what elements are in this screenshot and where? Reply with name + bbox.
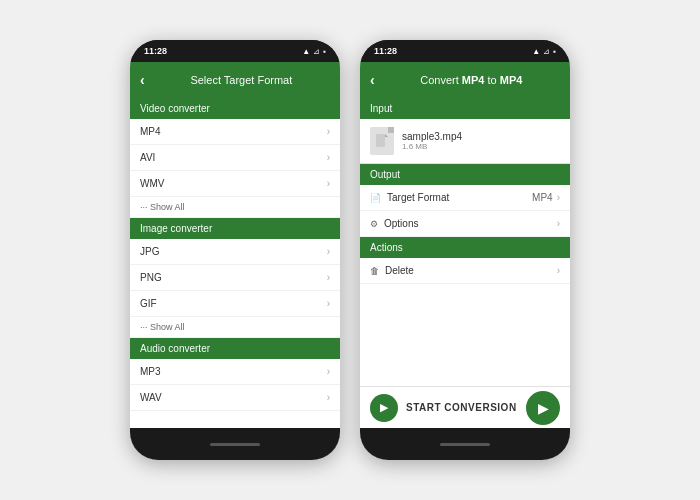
play-button-small[interactable]: ▶ [370, 394, 398, 422]
chevron-gif: › [327, 298, 330, 309]
delete-row[interactable]: 🗑 Delete › [360, 258, 570, 284]
bottom-bar-2 [360, 428, 570, 460]
signal-icon-2: ▲ [532, 47, 540, 56]
home-indicator-2 [440, 443, 490, 446]
options-label: Options [384, 218, 418, 229]
play-icon-big: ▶ [538, 400, 549, 416]
wifi-icon: ⊿ [313, 47, 320, 56]
section-header-audio: Audio converter [130, 338, 340, 359]
section-header-video: Video converter [130, 98, 340, 119]
list-item-mp4[interactable]: MP4 › [130, 119, 340, 145]
chevron-options: › [557, 218, 560, 229]
file-icon [370, 127, 394, 155]
toolbar-title-2: Convert MP4 to MP4 [383, 74, 560, 86]
svg-rect-0 [376, 134, 385, 147]
item-label-mp4: MP4 [140, 126, 161, 137]
toolbar-1: ‹ Select Target Format [130, 62, 340, 98]
output-options-row[interactable]: ⚙ Options › [360, 211, 570, 237]
chevron-wav: › [327, 392, 330, 403]
output-left: 📄 Target Format [370, 192, 449, 203]
delete-label: Delete [385, 265, 414, 276]
play-button-big[interactable]: ▶ [526, 391, 560, 425]
screen-1: ‹ Select Target Format Video converter M… [130, 62, 340, 460]
item-label-gif: GIF [140, 298, 157, 309]
signal-icon: ▲ [302, 47, 310, 56]
item-label-jpg: JPG [140, 246, 159, 257]
target-format-label: Target Format [387, 192, 449, 203]
item-label-mp3: MP3 [140, 366, 161, 377]
target-format-right: MP4 › [532, 192, 560, 203]
back-button-2[interactable]: ‹ [370, 72, 375, 88]
list-item-gif[interactable]: GIF › [130, 291, 340, 317]
list-item-wmv[interactable]: WMV › [130, 171, 340, 197]
time-1: 11:28 [144, 46, 167, 56]
delete-left: 🗑 Delete [370, 265, 414, 276]
file-item: sample3.mp4 1.6 MB [360, 119, 570, 163]
output-target-format-row[interactable]: 📄 Target Format MP4 › [360, 185, 570, 211]
phone-2: 11:28 ▲ ⊿ ▪ ‹ Convert MP4 to MP4 Input [360, 40, 570, 460]
toolbar-2: ‹ Convert MP4 to MP4 [360, 62, 570, 98]
chevron-avi: › [327, 152, 330, 163]
chevron-format: › [557, 192, 560, 203]
section-header-actions: Actions [360, 237, 570, 258]
battery-icon: ▪ [323, 47, 326, 56]
toolbar-title-1: Select Target Format [153, 74, 330, 86]
file-size: 1.6 MB [402, 142, 462, 151]
play-icon-small: ▶ [380, 401, 388, 414]
show-all-image-label: ··· Show All [140, 322, 185, 332]
status-bar-2: 11:28 ▲ ⊿ ▪ [360, 40, 570, 62]
battery-icon-2: ▪ [553, 47, 556, 56]
list-item-wav[interactable]: WAV › [130, 385, 340, 411]
item-label-wav: WAV [140, 392, 162, 403]
format-icon: 📄 [370, 193, 381, 203]
file-name: sample3.mp4 [402, 131, 462, 142]
chevron-mp4: › [327, 126, 330, 137]
trash-icon: 🗑 [370, 266, 379, 276]
options-left: ⚙ Options [370, 218, 418, 229]
chevron-mp3: › [327, 366, 330, 377]
show-all-video[interactable]: ··· Show All [130, 197, 340, 218]
wifi-icon-2: ⊿ [543, 47, 550, 56]
start-conversion-label: START CONVERSION [406, 402, 517, 413]
file-info: sample3.mp4 1.6 MB [402, 131, 462, 151]
list-item-mp3[interactable]: MP3 › [130, 359, 340, 385]
list-item-avi[interactable]: AVI › [130, 145, 340, 171]
section-header-input: Input [360, 98, 570, 119]
screen-content-1: Video converter MP4 › AVI › WMV › ··· Sh… [130, 98, 340, 428]
screen-2: ‹ Convert MP4 to MP4 Input sample3.mp4 1… [360, 62, 570, 460]
start-conversion-bar[interactable]: ▶ START CONVERSION ▶ [360, 386, 570, 428]
item-label-png: PNG [140, 272, 162, 283]
status-icons-2: ▲ ⊿ ▪ [532, 47, 556, 56]
item-label-wmv: WMV [140, 178, 164, 189]
chevron-delete: › [557, 265, 560, 276]
home-indicator-1 [210, 443, 260, 446]
list-item-png[interactable]: PNG › [130, 265, 340, 291]
list-item-jpg[interactable]: JPG › [130, 239, 340, 265]
status-bar-1: 11:28 ▲ ⊿ ▪ [130, 40, 340, 62]
svg-marker-1 [385, 134, 388, 137]
time-2: 11:28 [374, 46, 397, 56]
screen-content-2: Input sample3.mp4 1.6 MB Output [360, 98, 570, 386]
back-button-1[interactable]: ‹ [140, 72, 145, 88]
document-icon [376, 134, 388, 148]
section-header-output: Output [360, 164, 570, 185]
target-format-value: MP4 [532, 192, 553, 203]
phone-1: 11:28 ▲ ⊿ ▪ ‹ Select Target Format Video… [130, 40, 340, 460]
status-icons-1: ▲ ⊿ ▪ [302, 47, 326, 56]
show-all-video-label: ··· Show All [140, 202, 185, 212]
chevron-png: › [327, 272, 330, 283]
show-all-image[interactable]: ··· Show All [130, 317, 340, 338]
input-section: sample3.mp4 1.6 MB [360, 119, 570, 164]
settings-icon: ⚙ [370, 219, 378, 229]
chevron-wmv: › [327, 178, 330, 189]
section-header-image: Image converter [130, 218, 340, 239]
chevron-jpg: › [327, 246, 330, 257]
bottom-bar-1 [130, 428, 340, 460]
item-label-avi: AVI [140, 152, 155, 163]
